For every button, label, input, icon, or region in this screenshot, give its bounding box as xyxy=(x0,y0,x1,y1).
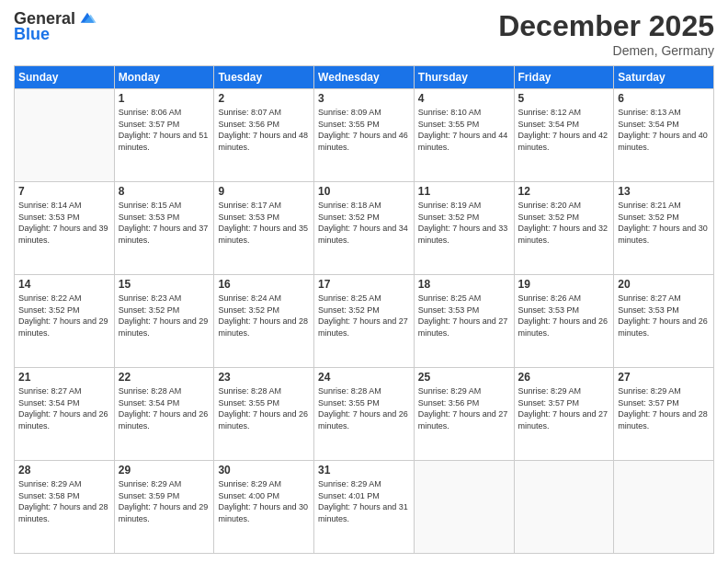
calendar-cell: 31 Sunrise: 8:29 AM Sunset: 4:01 PM Dayl… xyxy=(314,461,415,554)
calendar-cell: 11 Sunrise: 8:19 AM Sunset: 3:52 PM Dayl… xyxy=(414,182,514,275)
day-number: 23 xyxy=(218,371,310,384)
day-number: 17 xyxy=(318,278,410,291)
col-header-sunday: Sunday xyxy=(15,66,115,89)
calendar-cell: 23 Sunrise: 8:28 AM Sunset: 3:55 PM Dayl… xyxy=(214,368,314,461)
day-info: Sunrise: 8:27 AM Sunset: 3:53 PM Dayligh… xyxy=(618,293,710,339)
day-number: 9 xyxy=(218,185,310,198)
day-info: Sunrise: 8:19 AM Sunset: 3:52 PM Dayligh… xyxy=(418,200,510,246)
day-info: Sunrise: 8:29 AM Sunset: 3:57 PM Dayligh… xyxy=(618,385,710,431)
day-info: Sunrise: 8:22 AM Sunset: 3:52 PM Dayligh… xyxy=(18,293,110,339)
col-header-monday: Monday xyxy=(114,66,214,89)
calendar-cell: 25 Sunrise: 8:29 AM Sunset: 3:56 PM Dayl… xyxy=(414,368,514,461)
day-info: Sunrise: 8:15 AM Sunset: 3:53 PM Dayligh… xyxy=(119,200,210,246)
logo-icon xyxy=(77,9,97,29)
calendar-table: SundayMondayTuesdayWednesdayThursdayFrid… xyxy=(14,65,714,554)
day-number: 5 xyxy=(518,92,610,105)
calendar-cell: 2 Sunrise: 8:07 AM Sunset: 3:56 PM Dayli… xyxy=(214,89,314,182)
calendar-week-2: 14 Sunrise: 8:22 AM Sunset: 3:52 PM Dayl… xyxy=(15,275,714,368)
day-info: Sunrise: 8:07 AM Sunset: 3:56 PM Dayligh… xyxy=(218,107,310,153)
day-info: Sunrise: 8:29 AM Sunset: 4:00 PM Dayligh… xyxy=(218,478,310,524)
calendar-cell: 26 Sunrise: 8:29 AM Sunset: 3:57 PM Dayl… xyxy=(514,368,614,461)
day-info: Sunrise: 8:27 AM Sunset: 3:54 PM Dayligh… xyxy=(18,385,110,431)
day-info: Sunrise: 8:25 AM Sunset: 3:52 PM Dayligh… xyxy=(318,293,410,339)
day-info: Sunrise: 8:25 AM Sunset: 3:53 PM Dayligh… xyxy=(418,293,510,339)
day-number: 16 xyxy=(218,278,310,291)
col-header-saturday: Saturday xyxy=(614,66,714,89)
day-number: 10 xyxy=(318,185,410,198)
calendar-cell: 28 Sunrise: 8:29 AM Sunset: 3:58 PM Dayl… xyxy=(15,461,115,554)
day-number: 20 xyxy=(618,278,710,291)
day-info: Sunrise: 8:29 AM Sunset: 3:58 PM Dayligh… xyxy=(18,478,110,524)
title-block: December 2025 Demen, Germany xyxy=(498,9,714,58)
day-number: 2 xyxy=(218,92,310,105)
logo: General Blue xyxy=(14,9,97,44)
day-number: 28 xyxy=(18,464,110,477)
calendar-cell: 21 Sunrise: 8:27 AM Sunset: 3:54 PM Dayl… xyxy=(15,368,115,461)
day-info: Sunrise: 8:13 AM Sunset: 3:54 PM Dayligh… xyxy=(618,107,710,153)
calendar-cell xyxy=(15,89,115,182)
day-number: 3 xyxy=(318,92,410,105)
calendar-cell xyxy=(514,461,614,554)
month-title: December 2025 xyxy=(498,9,714,43)
page: General Blue December 2025 Demen, German… xyxy=(0,0,728,563)
calendar-cell: 30 Sunrise: 8:29 AM Sunset: 4:00 PM Dayl… xyxy=(214,461,314,554)
day-info: Sunrise: 8:29 AM Sunset: 3:56 PM Dayligh… xyxy=(418,385,510,431)
day-number: 24 xyxy=(318,371,410,384)
calendar-cell: 14 Sunrise: 8:22 AM Sunset: 3:52 PM Dayl… xyxy=(15,275,115,368)
calendar-cell: 16 Sunrise: 8:24 AM Sunset: 3:52 PM Dayl… xyxy=(214,275,314,368)
day-info: Sunrise: 8:28 AM Sunset: 3:55 PM Dayligh… xyxy=(218,385,310,431)
day-info: Sunrise: 8:09 AM Sunset: 3:55 PM Dayligh… xyxy=(318,107,410,153)
day-info: Sunrise: 8:18 AM Sunset: 3:52 PM Dayligh… xyxy=(318,200,410,246)
day-info: Sunrise: 8:26 AM Sunset: 3:53 PM Dayligh… xyxy=(518,293,610,339)
calendar-week-1: 7 Sunrise: 8:14 AM Sunset: 3:53 PM Dayli… xyxy=(15,182,714,275)
col-header-tuesday: Tuesday xyxy=(214,66,314,89)
day-number: 12 xyxy=(518,185,610,198)
calendar-cell: 15 Sunrise: 8:23 AM Sunset: 3:52 PM Dayl… xyxy=(114,275,214,368)
calendar-cell: 18 Sunrise: 8:25 AM Sunset: 3:53 PM Dayl… xyxy=(414,275,514,368)
day-number: 7 xyxy=(18,185,110,198)
day-number: 18 xyxy=(418,278,510,291)
calendar-cell: 8 Sunrise: 8:15 AM Sunset: 3:53 PM Dayli… xyxy=(114,182,214,275)
calendar-week-0: 1 Sunrise: 8:06 AM Sunset: 3:57 PM Dayli… xyxy=(15,89,714,182)
day-number: 22 xyxy=(119,371,210,384)
day-info: Sunrise: 8:23 AM Sunset: 3:52 PM Dayligh… xyxy=(119,293,210,339)
day-number: 19 xyxy=(518,278,610,291)
day-info: Sunrise: 8:10 AM Sunset: 3:55 PM Dayligh… xyxy=(418,107,510,153)
day-number: 6 xyxy=(618,92,710,105)
day-number: 4 xyxy=(418,92,510,105)
day-info: Sunrise: 8:29 AM Sunset: 3:57 PM Dayligh… xyxy=(518,385,610,431)
calendar-cell: 9 Sunrise: 8:17 AM Sunset: 3:53 PM Dayli… xyxy=(214,182,314,275)
col-header-friday: Friday xyxy=(514,66,614,89)
calendar-week-4: 28 Sunrise: 8:29 AM Sunset: 3:58 PM Dayl… xyxy=(15,461,714,554)
calendar-cell: 5 Sunrise: 8:12 AM Sunset: 3:54 PM Dayli… xyxy=(514,89,614,182)
calendar-cell: 17 Sunrise: 8:25 AM Sunset: 3:52 PM Dayl… xyxy=(314,275,415,368)
calendar-cell: 1 Sunrise: 8:06 AM Sunset: 3:57 PM Dayli… xyxy=(114,89,214,182)
day-number: 1 xyxy=(119,92,210,105)
day-info: Sunrise: 8:29 AM Sunset: 3:59 PM Dayligh… xyxy=(119,478,210,524)
day-number: 29 xyxy=(119,464,210,477)
calendar-cell: 6 Sunrise: 8:13 AM Sunset: 3:54 PM Dayli… xyxy=(614,89,714,182)
header: General Blue December 2025 Demen, German… xyxy=(14,9,714,58)
calendar-header-row: SundayMondayTuesdayWednesdayThursdayFrid… xyxy=(15,66,714,89)
day-info: Sunrise: 8:21 AM Sunset: 3:52 PM Dayligh… xyxy=(618,200,710,246)
day-number: 13 xyxy=(618,185,710,198)
day-number: 8 xyxy=(119,185,210,198)
day-number: 27 xyxy=(618,371,710,384)
calendar-cell: 12 Sunrise: 8:20 AM Sunset: 3:52 PM Dayl… xyxy=(514,182,614,275)
calendar-week-3: 21 Sunrise: 8:27 AM Sunset: 3:54 PM Dayl… xyxy=(15,368,714,461)
day-info: Sunrise: 8:28 AM Sunset: 3:54 PM Dayligh… xyxy=(119,385,210,431)
calendar-cell xyxy=(414,461,514,554)
day-info: Sunrise: 8:06 AM Sunset: 3:57 PM Dayligh… xyxy=(119,107,210,153)
calendar-cell: 27 Sunrise: 8:29 AM Sunset: 3:57 PM Dayl… xyxy=(614,368,714,461)
day-info: Sunrise: 8:24 AM Sunset: 3:52 PM Dayligh… xyxy=(218,293,310,339)
day-info: Sunrise: 8:28 AM Sunset: 3:55 PM Dayligh… xyxy=(318,385,410,431)
calendar-cell: 3 Sunrise: 8:09 AM Sunset: 3:55 PM Dayli… xyxy=(314,89,415,182)
calendar-cell: 7 Sunrise: 8:14 AM Sunset: 3:53 PM Dayli… xyxy=(15,182,115,275)
logo-text-blue: Blue xyxy=(14,26,50,44)
day-number: 11 xyxy=(418,185,510,198)
calendar-cell: 22 Sunrise: 8:28 AM Sunset: 3:54 PM Dayl… xyxy=(114,368,214,461)
day-info: Sunrise: 8:29 AM Sunset: 4:01 PM Dayligh… xyxy=(318,478,410,524)
calendar-cell: 20 Sunrise: 8:27 AM Sunset: 3:53 PM Dayl… xyxy=(614,275,714,368)
day-number: 30 xyxy=(218,464,310,477)
calendar-cell: 19 Sunrise: 8:26 AM Sunset: 3:53 PM Dayl… xyxy=(514,275,614,368)
